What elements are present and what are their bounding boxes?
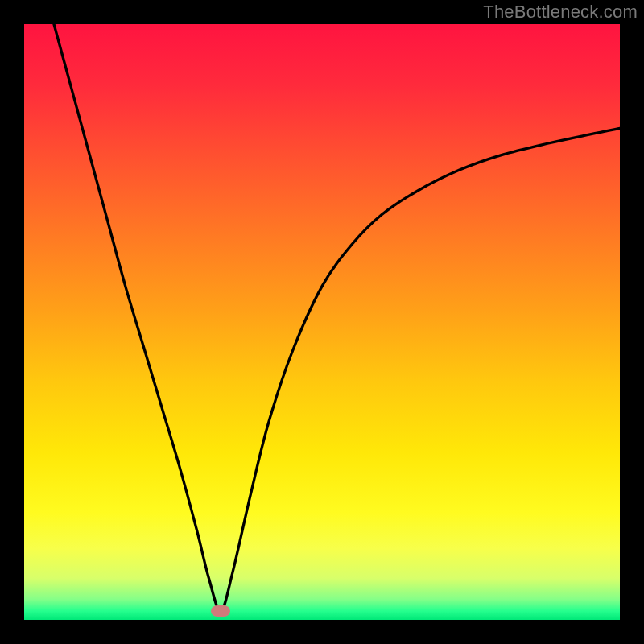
watermark-text: TheBottleneck.com bbox=[483, 2, 638, 23]
bottleneck-curve bbox=[24, 24, 620, 620]
plot-area bbox=[24, 24, 620, 620]
optimum-marker bbox=[211, 605, 230, 617]
chart-frame: TheBottleneck.com bbox=[0, 0, 644, 644]
